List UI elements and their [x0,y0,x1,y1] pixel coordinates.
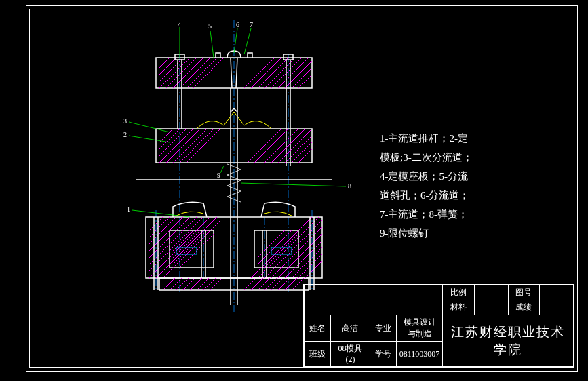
svg-line-44 [159,129,173,142]
svg-line-102 [210,278,222,290]
svg-line-40 [166,129,200,163]
svg-line-124 [234,28,237,53]
major-value: 模具设计与制造 [396,315,443,342]
callout-4: 4 [178,21,181,28]
scale-value [474,285,508,300]
svg-line-89 [173,230,200,258]
svg-line-84 [292,247,322,278]
callout-5: 5 [208,22,212,30]
name-label: 姓名 [305,315,331,342]
svg-line-97 [176,278,189,290]
callout-3: 3 [123,117,127,125]
parts-legend: 1-主流道推杆；2-定 模板;3-二次分流道； 4-定模座板；5-分流 道斜孔；… [380,129,536,243]
legend-line: 道斜孔；6-分流道； [380,186,536,205]
class-value: 08模具(2) [330,342,370,367]
svg-line-12 [187,58,217,88]
svg-line-106 [264,278,277,290]
svg-line-15 [159,58,176,75]
svg-line-48 [285,136,312,163]
svg-line-8 [159,58,190,88]
svg-line-99 [190,278,202,290]
svg-line-25 [298,75,312,88]
svg-line-127 [129,136,170,142]
svg-line-17 [244,58,275,88]
svg-line-23 [285,61,312,88]
svg-line-19 [258,58,288,88]
svg-line-109 [285,278,297,290]
svg-line-52 [187,129,220,163]
svg-line-100 [197,278,209,290]
svg-line-13 [193,58,224,88]
svg-line-95 [163,278,175,290]
svg-line-125 [244,28,251,54]
svg-line-82 [278,234,322,278]
svg-line-129 [241,183,346,186]
legend-line: 9-限位螺钉 [380,224,536,243]
svg-line-105 [258,278,270,290]
grade-label: 成绩 [508,300,540,315]
svg-line-101 [203,278,216,290]
legend-line: 4-定模座板；5-分流 [380,167,536,186]
legend-line: 1-主流道推杆；2-定 [380,129,536,148]
title-block: 比例 图号 材料 成绩 姓名 高洁 专业 模具设计与制造 江苏财经职业技术学院 … [303,284,574,367]
svg-line-107 [271,278,283,290]
svg-line-33 [236,58,237,88]
svg-line-11 [180,58,210,88]
svg-line-62 [227,191,241,197]
callout-1: 1 [127,205,130,213]
svg-line-83 [285,241,322,278]
svg-line-45 [264,129,298,163]
callout-2: 2 [123,131,127,138]
name-value: 高洁 [330,315,370,342]
svg-line-22 [278,58,309,88]
svg-line-104 [251,278,263,290]
svg-line-57 [227,164,241,169]
svg-line-130 [220,166,224,173]
svg-line-70 [149,217,203,271]
id-value: 0811003007 [396,342,443,367]
callout-7: 7 [250,21,253,28]
class-label: 班级 [305,342,331,367]
svg-line-103 [244,278,256,290]
callout-8: 8 [348,182,351,190]
legend-line: 7-主流道；8-弹簧； [380,205,536,224]
svg-line-51 [180,129,214,163]
svg-line-50 [298,149,312,163]
material-label: 材料 [443,300,475,315]
major-label: 专业 [370,315,396,342]
svg-line-42 [159,129,187,156]
material-value [474,300,508,315]
svg-line-123 [210,31,214,58]
callout-6: 6 [236,21,239,28]
svg-line-126 [129,122,170,132]
technical-drawing: 4 5 6 7 3 2 1 8 9 [109,20,359,312]
callout-9: 9 [217,172,220,179]
scale-label: 比例 [443,285,475,300]
svg-line-110 [292,278,304,290]
mold-section-view: 4 5 6 7 3 2 1 8 9 [109,20,359,312]
svg-line-32 [231,58,232,88]
drawing-no-value [540,285,574,300]
legend-line: 模板;3-二次分流道； [380,148,536,167]
svg-line-41 [173,129,207,163]
svg-line-98 [183,278,195,290]
school-name: 江苏财经职业技术学院 [443,315,574,367]
svg-line-39 [159,129,193,163]
grade-value [540,300,574,315]
svg-line-18 [251,58,281,88]
id-label: 学号 [370,342,396,367]
drawing-no-label: 图号 [508,285,540,300]
